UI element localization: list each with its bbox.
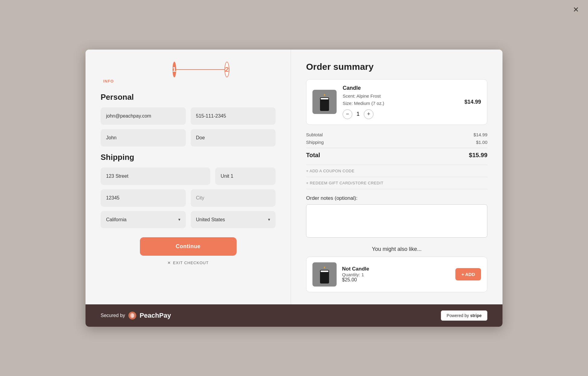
left-panel: 1 2 INFO Personal	[86, 50, 291, 304]
address-row	[101, 167, 276, 185]
upsell-add-button[interactable]: + ADD	[455, 268, 481, 280]
state-select-wrapper: California New York Texas	[101, 211, 186, 228]
product-card: Candle Scent: Alpine Frost Size: Medium …	[306, 79, 487, 125]
step-line	[176, 69, 225, 70]
stripe-badge: Powered by stripe	[441, 310, 487, 321]
exit-label: EXIT CHECKOUT	[173, 261, 208, 265]
upsell-product-image	[312, 262, 337, 287]
zip-field[interactable]	[101, 189, 186, 207]
upsell-product-price: $25.00	[342, 277, 450, 283]
shipping-section-title: Shipping	[101, 153, 276, 162]
svg-rect-1	[321, 98, 328, 99]
order-totals: Subtotal $14.99 Shipping $1.00 Total $15…	[306, 132, 487, 159]
peachpay-brand-name: PeachPay	[140, 312, 171, 319]
zip-city-row	[101, 189, 276, 207]
qty-decrease-button[interactable]: −	[343, 109, 352, 119]
candle-image-svg	[317, 91, 332, 112]
peachpay-icon	[128, 311, 137, 320]
product-name: Candle	[343, 85, 458, 91]
upsell-candle-svg	[317, 264, 332, 285]
shipping-label: Shipping	[306, 140, 324, 145]
exit-icon: ✕	[167, 261, 171, 265]
country-select[interactable]: United States Canada United Kingdom	[191, 211, 276, 228]
upsell-card: Not Candle Quantity: 1 $25.00 + ADD	[306, 257, 487, 292]
product-size: Size: Medium (7 oz.)	[343, 100, 458, 107]
state-country-row: California New York Texas United States …	[101, 211, 276, 228]
email-phone-row	[101, 107, 276, 125]
right-panel: ✕ Order summary Candle Scent: Alpine Fro…	[291, 50, 502, 304]
peachpay-branding: Secured by PeachPay	[101, 311, 171, 320]
phone-field[interactable]	[191, 107, 276, 125]
shipping-value: $1.00	[476, 140, 487, 145]
step-1-circle: 1	[173, 62, 176, 77]
subtotal-value: $14.99	[473, 132, 487, 137]
personal-section-title: Personal	[101, 92, 276, 102]
exit-checkout-link[interactable]: ✕ EXIT CHECKOUT	[101, 261, 276, 265]
subtotal-label: Subtotal	[306, 132, 323, 137]
product-image	[312, 90, 337, 114]
unit-field[interactable]	[215, 167, 276, 185]
svg-rect-5	[321, 271, 328, 272]
notes-textarea[interactable]	[306, 204, 487, 238]
product-scent: Scent: Alpine Frost	[343, 92, 458, 100]
upsell-title: You might also like...	[306, 246, 487, 252]
qty-value: 1	[357, 111, 360, 117]
qty-control: − 1 +	[343, 109, 458, 119]
step-1-label: INFO	[101, 79, 116, 83]
coupon-link[interactable]: + ADD A COUPON CODE	[306, 165, 487, 177]
upsell-product-qty: Quantity: 1	[342, 272, 450, 277]
svg-point-3	[324, 94, 325, 96]
stripe-label: stripe	[470, 313, 482, 318]
upsell-info: Not Candle Quantity: 1 $25.00	[342, 266, 450, 283]
peachpay-logo-svg	[128, 311, 137, 320]
checkout-modal: 1 2 INFO Personal	[86, 50, 502, 327]
total-row: Total $15.99	[306, 148, 487, 159]
continue-button[interactable]: Continue	[140, 237, 237, 256]
address-field[interactable]	[101, 167, 210, 185]
gift-link[interactable]: + REDEEM GIFT CARD/STORE CREDIT	[306, 177, 487, 189]
order-summary-title: Order summary	[306, 62, 487, 72]
svg-point-10	[131, 313, 134, 318]
subtotal-row: Subtotal $14.99	[306, 132, 487, 137]
country-select-wrapper: United States Canada United Kingdom	[191, 211, 276, 228]
step-indicator: 1 2 INFO	[101, 62, 276, 83]
shipping-row: Shipping $1.00	[306, 140, 487, 145]
svg-point-7	[324, 267, 325, 268]
upsell-product-name: Not Candle	[342, 266, 450, 272]
last-name-field[interactable]	[191, 129, 276, 147]
name-row	[101, 129, 276, 147]
total-value: $15.99	[469, 152, 487, 159]
notes-label: Order notes (optional):	[306, 195, 487, 201]
email-field[interactable]	[101, 107, 186, 125]
step-2-circle: 2	[225, 62, 229, 77]
qty-increase-button[interactable]: +	[364, 109, 373, 119]
secured-label: Secured by	[101, 313, 125, 318]
modal-footer: Secured by PeachPay Powered by stripe	[86, 304, 502, 327]
powered-by-label: Powered by	[447, 313, 469, 318]
total-label: Total	[306, 152, 320, 159]
state-select[interactable]: California New York Texas	[101, 211, 186, 228]
city-field[interactable]	[191, 189, 276, 207]
product-price: $14.99	[464, 99, 481, 105]
first-name-field[interactable]	[101, 129, 186, 147]
